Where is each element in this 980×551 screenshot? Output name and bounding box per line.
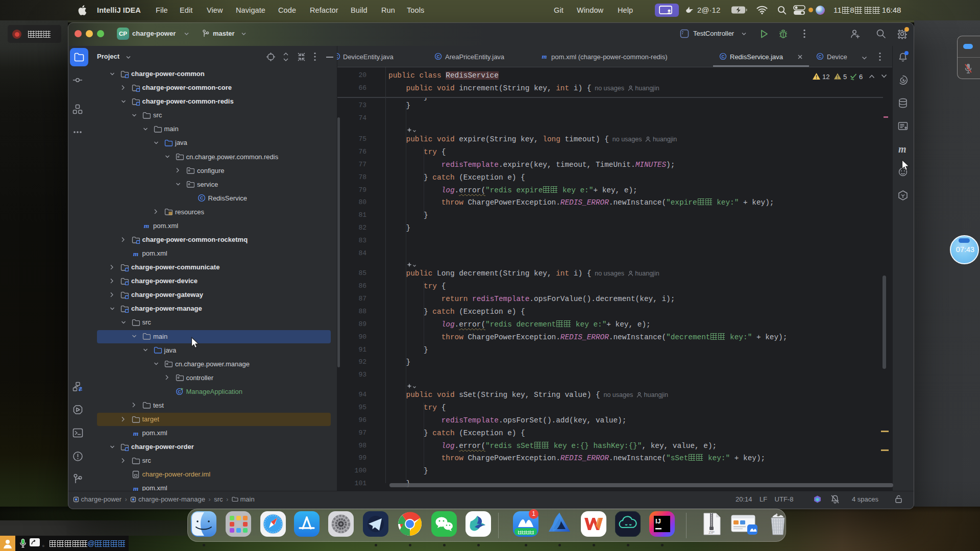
svg-text:m: m bbox=[133, 249, 138, 257]
svg-text:C: C bbox=[337, 54, 338, 59]
svg-text:C: C bbox=[721, 54, 724, 59]
svg-text:m: m bbox=[133, 484, 138, 491]
svg-text:IJ: IJ bbox=[655, 517, 661, 525]
svg-text:ZIP: ZIP bbox=[708, 530, 715, 535]
svg-text:m: m bbox=[542, 53, 547, 60]
svg-text:m: m bbox=[133, 429, 138, 437]
svg-text:C: C bbox=[178, 389, 181, 394]
svg-text:C: C bbox=[818, 54, 821, 59]
svg-text:C: C bbox=[436, 54, 439, 59]
svg-text:C: C bbox=[200, 195, 203, 201]
svg-text:m: m bbox=[144, 222, 150, 230]
